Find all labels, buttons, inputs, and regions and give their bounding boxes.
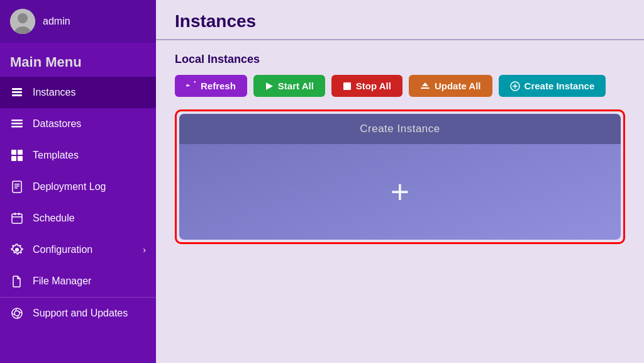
sidebar-header: admin	[0, 0, 156, 43]
start-all-label: Start All	[278, 81, 314, 91]
sidebar-item-file-manager-label: File Manager	[33, 276, 91, 287]
local-instances-label: Local Instances	[175, 53, 625, 66]
svg-marker-32	[422, 82, 428, 86]
refresh-label: Refresh	[201, 81, 236, 91]
svg-rect-18	[14, 213, 16, 215]
file-icon	[10, 274, 24, 288]
svg-rect-11	[11, 156, 16, 161]
sidebar-item-templates-label: Templates	[33, 150, 79, 161]
svg-point-1	[18, 13, 28, 23]
gear-icon	[10, 243, 24, 257]
svg-point-22	[12, 308, 22, 318]
chevron-right-icon: ›	[143, 245, 146, 255]
page-header: Instances	[156, 0, 644, 40]
sidebar-item-datastores-label: Datastores	[33, 118, 81, 130]
svg-rect-13	[13, 181, 21, 193]
create-instance-button[interactable]: Create Instance	[499, 75, 606, 97]
svg-rect-31	[421, 87, 430, 89]
svg-rect-5	[12, 94, 22, 96]
page-title: Instances	[175, 11, 625, 31]
list-icon	[10, 117, 24, 131]
svg-rect-15	[14, 186, 19, 187]
sidebar-item-file-manager[interactable]: File Manager	[0, 265, 156, 297]
username-label: admin	[43, 16, 70, 27]
sidebar-item-deployment-log[interactable]: Deployment Log	[0, 171, 156, 203]
content-area: Local Instances Refresh Start All	[156, 40, 644, 363]
sidebar: admin Main Menu Instances	[0, 0, 156, 363]
play-icon	[265, 82, 274, 91]
grid-icon	[10, 148, 24, 162]
sidebar-item-support-and-updates[interactable]: Support and Updates	[0, 297, 156, 329]
stop-all-button[interactable]: Stop All	[331, 75, 402, 97]
sidebar-item-configuration-label: Configuration	[33, 244, 92, 255]
svg-rect-8	[11, 126, 23, 128]
svg-rect-3	[12, 88, 22, 90]
svg-rect-20	[12, 216, 22, 218]
svg-rect-10	[18, 150, 23, 155]
refresh-icon	[186, 81, 196, 91]
stop-all-label: Stop All	[356, 81, 391, 91]
svg-marker-29	[266, 82, 273, 90]
update-icon	[420, 81, 430, 91]
sidebar-item-schedule[interactable]: Schedule	[0, 203, 156, 234]
svg-rect-14	[14, 184, 19, 185]
create-instance-label: Create Instance	[525, 81, 595, 91]
create-icon	[510, 81, 520, 91]
toolbar: Refresh Start All Stop All	[175, 75, 625, 97]
sidebar-item-datastores[interactable]: Datastores	[0, 108, 156, 140]
sidebar-item-templates[interactable]: Templates	[0, 140, 156, 171]
sidebar-nav: Instances Datastores	[0, 77, 156, 363]
update-all-button[interactable]: Update All	[409, 75, 492, 97]
avatar	[10, 9, 35, 34]
svg-rect-7	[11, 123, 23, 125]
svg-marker-28	[187, 84, 190, 86]
instance-card-body[interactable]: +	[391, 144, 409, 240]
refresh-button[interactable]: Refresh	[175, 75, 247, 97]
stop-icon	[343, 82, 352, 91]
svg-point-23	[14, 311, 19, 316]
svg-rect-19	[18, 213, 19, 215]
svg-rect-16	[14, 187, 18, 189]
sidebar-item-schedule-label: Schedule	[33, 213, 75, 224]
instance-card-header: Create Instance	[179, 114, 621, 144]
instance-card[interactable]: Create Instance +	[179, 114, 621, 240]
svg-rect-9	[11, 150, 16, 155]
plus-icon: +	[391, 176, 409, 208]
calendar-icon	[10, 211, 24, 225]
svg-rect-17	[12, 214, 22, 223]
sidebar-item-configuration[interactable]: Configuration ›	[0, 234, 156, 265]
sidebar-item-instances[interactable]: Instances	[0, 77, 156, 108]
instance-card-wrapper: Create Instance +	[175, 109, 625, 244]
svg-point-21	[15, 248, 19, 252]
update-all-label: Update All	[435, 81, 481, 91]
log-icon	[10, 180, 24, 194]
database-icon	[10, 86, 24, 99]
sidebar-item-deployment-log-label: Deployment Log	[33, 181, 106, 193]
svg-rect-30	[343, 82, 351, 90]
sidebar-item-support-label: Support and Updates	[33, 308, 128, 319]
main-content: Instances Local Instances Refresh	[156, 0, 644, 363]
sidebar-item-instances-label: Instances	[33, 87, 75, 98]
svg-rect-12	[18, 156, 23, 161]
support-icon	[10, 306, 24, 320]
svg-rect-6	[11, 120, 23, 121]
start-all-button[interactable]: Start All	[253, 75, 325, 97]
main-menu-label: Main Menu	[0, 43, 156, 77]
svg-rect-4	[12, 91, 22, 93]
